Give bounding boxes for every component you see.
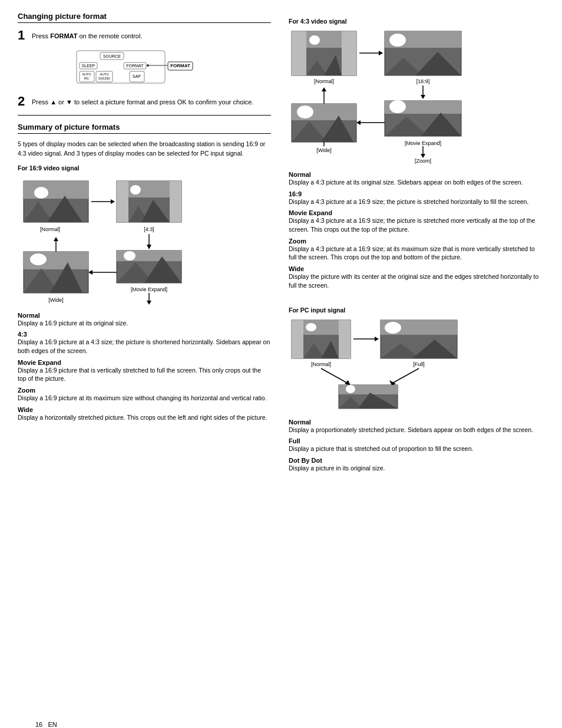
desc-body-wide-43: Display the picture with its center at t… [289, 272, 544, 289]
desc-title-normal-pc: Normal [289, 419, 544, 426]
svg-marker-92 [356, 120, 361, 125]
diagram-43-title: For 4:3 video signal [289, 18, 544, 25]
svg-point-7 [147, 64, 149, 67]
svg-marker-26 [111, 199, 115, 204]
desc-title-wide-43: Wide [289, 265, 544, 272]
diagram-169-svg: [Normal] [4:3] [18, 175, 247, 305]
svg-rect-28 [117, 181, 128, 222]
svg-point-63 [309, 35, 320, 45]
desc-43-169: 4:3 Display a 16:9 picture at a 4:3 size… [18, 331, 271, 355]
summary-intro: 5 types of display modes can be selected… [18, 140, 271, 159]
desc-body-169-43: Display a 4:3 picture at a 16:9 size; th… [289, 197, 544, 206]
svg-point-101 [306, 323, 316, 331]
desc-normal-pc: Normal Display a proportionately stretch… [289, 419, 544, 434]
svg-text:FORMAT: FORMAT [170, 63, 190, 68]
desc-body-zoom-43: Display a 4:3 picture at a 16:9 size; at… [289, 245, 544, 262]
svg-marker-104 [375, 337, 379, 341]
svg-text:[16:9]: [16:9] [416, 78, 430, 84]
svg-text:[Wide]: [Wide] [316, 147, 332, 153]
svg-marker-74 [421, 95, 425, 99]
svg-text:[Dot By Dot]: [Dot By Dot] [354, 411, 383, 411]
svg-rect-57 [292, 31, 306, 75]
svg-text:[4:3]: [4:3] [144, 226, 154, 232]
desc-body-full-pc: Display a picture that is stretched out … [289, 444, 544, 453]
diagram-pc-svg: [Normal] [Full] [289, 317, 513, 411]
page-num-value: 16 [35, 721, 42, 728]
remote-svg: SOURCE SLEEP FORMAT FORMAT AUTO PIC [53, 48, 194, 89]
svg-point-79 [389, 100, 406, 113]
svg-text:[Full]: [Full] [413, 361, 425, 367]
svg-line-113 [392, 368, 419, 383]
step-1-text: Press FORMAT on the remote control. [32, 29, 142, 41]
svg-line-111 [321, 368, 348, 383]
step-1-suffix: on the remote control. [77, 32, 142, 39]
desc-body-wide-169: Display a horizontally stretched picture… [18, 413, 271, 422]
desc-zoom-43: Zoom Display a 4:3 picture at a 16:9 siz… [289, 238, 544, 262]
step-2-number: 2 [18, 95, 28, 108]
desc-title-169-43: 16:9 [289, 190, 544, 197]
desc-title-full-pc: Full [289, 437, 544, 444]
desc-wide-43: Wide Display the picture with its center… [289, 265, 544, 289]
diagram-169-title: For 16:9 video signal [18, 164, 271, 172]
desc-body-movieexpand-43: Display a 4:3 picture at a 16:9 size; th… [289, 216, 544, 233]
svg-marker-55 [88, 270, 92, 275]
svg-point-52 [30, 253, 47, 265]
svg-marker-37 [147, 245, 151, 249]
svg-point-89 [297, 106, 313, 118]
step-2-text: Press ▲ or ▼ to select a picture format … [32, 95, 253, 107]
desc-normal-43: Normal Display a 4:3 picture at its orig… [289, 171, 544, 187]
desc-pc-container: Normal Display a proportionately stretch… [289, 419, 544, 473]
svg-rect-20 [24, 181, 88, 199]
svg-marker-82 [421, 154, 425, 158]
section-divider [18, 115, 271, 116]
diagram-169-section: For 16:9 video signal [Normal] [18, 164, 271, 306]
diagram-pc-section: For PC input signal [Normal] [289, 307, 544, 413]
svg-text:SAP: SAP [133, 74, 141, 78]
diagram-43-svg: [Normal] [16:9] [M [289, 28, 536, 164]
desc-title-43-169: 4:3 [18, 331, 271, 338]
desc-zoom-169: Zoom Display a 16:9 picture at its maxim… [18, 387, 271, 403]
desc-movieexpand-169: Movie Expand Display a 16:9 picture that… [18, 359, 271, 383]
svg-text:SOUND: SOUND [98, 77, 110, 80]
svg-text:[Movie Expand]: [Movie Expand] [131, 286, 167, 292]
svg-text:SLEEP: SLEEP [82, 64, 95, 68]
desc-movieexpand-43: Movie Expand Display a 4:3 picture at a … [289, 209, 544, 233]
desc-169-container: Normal Display a 16:9 picture at its ori… [18, 312, 271, 422]
svg-rect-58 [342, 31, 356, 75]
diagram-43-section: For 4:3 video signal [Normal] [289, 18, 544, 165]
desc-body-dotbydot-pc: Display a picture in its original size. [289, 464, 544, 473]
step-1-row: 1 Press FORMAT on the remote control. [18, 29, 271, 42]
svg-marker-66 [379, 51, 383, 55]
desc-body-zoom-169: Display a 16:9 picture at its maximum si… [18, 394, 271, 403]
svg-marker-45 [147, 301, 151, 305]
desc-body-movieexpand-169: Display a 16:9 picture that is verticall… [18, 366, 271, 383]
desc-full-pc: Full Display a picture that is stretched… [289, 437, 544, 453]
desc-body-43-169: Display a 16:9 picture at a 4:3 size; th… [18, 338, 271, 355]
desc-title-normal-43: Normal [289, 171, 544, 178]
step-1-prefix: Press [32, 32, 50, 39]
desc-body-normal-169: Display a 16:9 picture at its original s… [18, 319, 271, 328]
svg-text:[Normal]: [Normal] [40, 226, 60, 232]
step-2-row: 2 Press ▲ or ▼ to select a picture forma… [18, 95, 271, 108]
svg-rect-29 [170, 181, 181, 222]
diagram-pc-title: For PC input signal [289, 307, 544, 314]
desc-43-container: Normal Display a 4:3 picture at its orig… [289, 171, 544, 290]
svg-point-23 [34, 187, 48, 199]
svg-rect-96 [339, 320, 351, 358]
desc-body-normal-43: Display a 4:3 picture at its original si… [289, 178, 544, 187]
svg-point-34 [130, 185, 141, 195]
svg-marker-84 [322, 87, 326, 91]
desc-title-movieexpand-169: Movie Expand [18, 359, 271, 366]
desc-title-normal-169: Normal [18, 312, 271, 319]
step-1-bold: FORMAT [50, 32, 77, 39]
desc-title-wide-169: Wide [18, 406, 271, 413]
svg-text:[Zoom]: [Zoom] [415, 158, 431, 164]
svg-text:[Normal]: [Normal] [314, 78, 334, 84]
desc-dotbydot-pc: Dot By Dot Display a picture in its orig… [289, 457, 544, 473]
svg-rect-95 [292, 320, 303, 358]
section-title-changing: Changing picture format [18, 12, 271, 23]
svg-point-109 [385, 322, 401, 334]
desc-normal-169: Normal Display a 16:9 picture at its ori… [18, 312, 271, 328]
desc-body-normal-pc: Display a proportionately stretched pict… [289, 426, 544, 434]
remote-control-illustration: SOURCE SLEEP FORMAT FORMAT AUTO PIC [53, 48, 271, 90]
